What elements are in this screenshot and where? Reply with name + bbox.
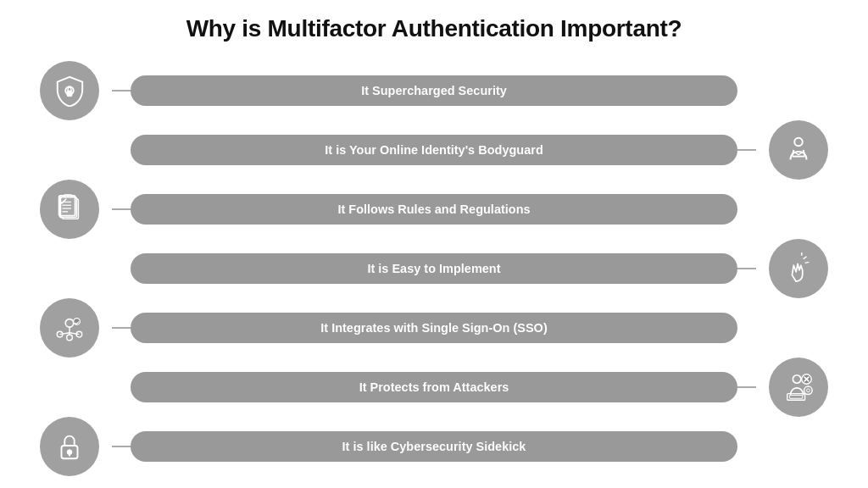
svg-line-27	[804, 150, 805, 157]
pill-row-5: It Integrates with Single Sign-On (SSO)	[112, 313, 756, 343]
pill-4: It is Easy to Implement	[131, 253, 737, 284]
pill-row-6: It Protects from Attackers	[112, 372, 756, 402]
pill-5: It Integrates with Single Sign-On (SSO)	[131, 313, 737, 343]
logo-area: OTP	[409, 481, 458, 488]
pill-row-1: It Supercharged Security	[112, 75, 756, 106]
pill-row-3: It Follows Rules and Regulations	[112, 194, 756, 225]
svg-point-39	[807, 389, 810, 392]
svg-point-38	[804, 386, 813, 395]
pill-row-7: It is like Cybersecurity Sidekick	[112, 431, 756, 462]
svg-line-20	[70, 333, 79, 335]
page-title: Why is Multifactor Authentication Import…	[186, 15, 682, 42]
svg-point-14	[65, 319, 74, 328]
svg-line-19	[60, 333, 70, 335]
network-user-icon	[40, 298, 99, 358]
line-left-7	[112, 446, 131, 447]
empty-slot-r4	[769, 417, 828, 476]
hand-snap-icon	[769, 239, 828, 298]
shield-lock-icon	[40, 61, 99, 120]
empty-slot-r2	[769, 180, 828, 239]
line-left-1	[112, 90, 131, 92]
pill-row-2: It is Your Online Identity's Bodyguard	[112, 135, 756, 165]
pill-row-4: It is Easy to Implement	[112, 253, 756, 284]
checklist-icon	[40, 180, 99, 239]
svg-point-25	[794, 138, 803, 147]
left-icons-col	[27, 56, 112, 481]
right-icons-col	[756, 56, 841, 481]
svg-line-26	[792, 150, 793, 157]
line-right-4	[737, 268, 756, 269]
empty-slot-3	[40, 358, 99, 417]
empty-slot-r3	[769, 298, 828, 358]
line-right-2	[737, 149, 756, 151]
svg-rect-1	[67, 91, 72, 97]
pills-center: It Supercharged Security It is Your Onli…	[112, 56, 756, 481]
line-right-6	[737, 386, 756, 388]
pill-2: It is Your Online Identity's Bodyguard	[131, 135, 737, 165]
pill-7: It is like Cybersecurity Sidekick	[131, 431, 737, 462]
svg-point-17	[67, 335, 73, 341]
empty-slot-r1	[769, 61, 828, 120]
hacker-icon	[769, 358, 828, 417]
bodyguard-icon	[769, 120, 828, 180]
pill-6: It Protects from Attackers	[131, 372, 737, 402]
padlock-icon	[40, 417, 99, 476]
svg-line-29	[804, 257, 807, 259]
svg-rect-34	[790, 396, 803, 399]
empty-slot-2	[40, 239, 99, 298]
infographic-card: Why is Multifactor Authentication Import…	[0, 0, 868, 488]
line-left-3	[112, 208, 131, 210]
line-left-5	[112, 327, 131, 329]
svg-line-30	[805, 262, 810, 263]
pill-1: It Supercharged Security	[131, 75, 737, 106]
svg-point-32	[793, 375, 801, 384]
empty-slot-1	[40, 120, 99, 180]
pill-3: It Follows Rules and Regulations	[131, 194, 737, 225]
